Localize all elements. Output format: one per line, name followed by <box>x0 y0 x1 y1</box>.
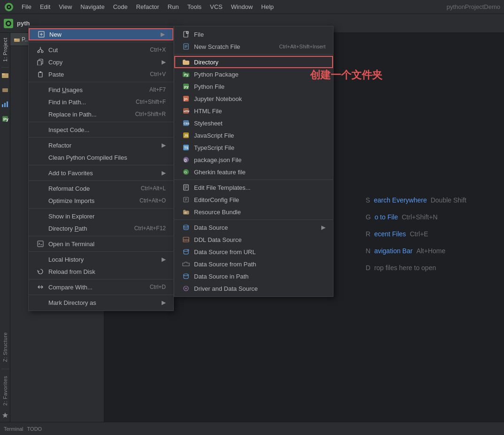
content-area: S earch Everywhere Double Shift G o to F… <box>104 33 504 435</box>
sidebar-tab-structure[interactable]: Z: Structure <box>1 327 9 366</box>
nav-shortcut: Alt+Home <box>416 247 445 255</box>
svg-rect-7 <box>2 88 8 92</box>
drop-hint-text: rop files here to open <box>374 264 436 272</box>
menu-tools[interactable]: Tools <box>184 2 205 12</box>
svg-text:Py: Py <box>3 117 8 122</box>
svg-point-2 <box>8 6 10 8</box>
menu-refactor[interactable]: Refactor <box>132 2 163 12</box>
nav-hint-label: N <box>366 247 371 255</box>
hint-drop: D rop files here to open <box>366 264 466 272</box>
hint-goto: G o to File Ctrl+Shift+N <box>366 213 466 221</box>
menu-run[interactable]: Run <box>164 2 183 12</box>
app-logo <box>4 2 14 12</box>
svg-rect-10 <box>7 101 8 107</box>
menu-view[interactable]: View <box>55 2 76 12</box>
menu-file[interactable]: File <box>18 2 35 12</box>
search-everywhere-link[interactable]: earch Everywhere <box>374 196 427 204</box>
project-title: pythonProjectDemo <box>447 3 500 10</box>
toolbar-project-name: pyth <box>17 20 30 27</box>
goto-shortcut: Ctrl+Shift+N <box>402 213 437 221</box>
project-panel-title: P... <box>22 36 29 43</box>
project-panel: P... <box>10 33 104 435</box>
hint-nav: N avigation Bar Alt+Home <box>366 247 466 255</box>
search-shortcut: Double Shift <box>431 196 466 204</box>
recent-files-link[interactable]: ecent Files <box>374 230 406 238</box>
menu-code[interactable]: Code <box>109 2 132 12</box>
menu-vcs[interactable]: VCS <box>206 2 226 12</box>
bottom-bar: Terminal TODO <box>0 422 504 435</box>
terminal-tab[interactable]: Terminal <box>4 426 23 432</box>
sidebar-icon-project[interactable] <box>0 69 10 83</box>
sidebar-tab-favorites[interactable]: 2: Favorites <box>1 371 9 410</box>
toolbar-logo <box>4 19 13 28</box>
drop-hint-label: D <box>366 264 371 272</box>
sidebar-icon-graph[interactable] <box>0 98 10 112</box>
toolbar: pyth <box>0 14 504 33</box>
svg-rect-8 <box>2 104 3 107</box>
hint-recent: R ecent Files Ctrl+E <box>366 230 466 238</box>
hint-search: S earch Everywhere Double Shift <box>366 196 466 204</box>
search-hint-label: S <box>366 196 370 204</box>
menu-window[interactable]: Window <box>227 2 256 12</box>
menu-bar: File Edit View Navigate Code Refactor Ru… <box>0 0 504 14</box>
todo-tab[interactable]: TODO <box>27 426 42 432</box>
sidebar-icon-py[interactable]: Py <box>0 112 10 127</box>
menu-edit[interactable]: Edit <box>36 2 54 12</box>
goto-hint-label: G <box>366 213 371 221</box>
svg-point-4 <box>7 22 10 25</box>
sidebar-icon-folder[interactable] <box>0 83 10 98</box>
sidebar-tab-project[interactable]: 1: Project <box>1 33 9 66</box>
recent-shortcut: Ctrl+E <box>410 230 428 238</box>
menu-navigate[interactable]: Navigate <box>77 2 108 12</box>
sidebar-icon-star[interactable] <box>1 410 9 422</box>
recent-hint-label: R <box>366 230 371 238</box>
svg-rect-15 <box>14 39 16 40</box>
goto-file-link[interactable]: o to File <box>374 213 398 221</box>
left-sidebar: 1: Project Py Z: Structure 2: Favorites <box>0 33 10 422</box>
menu-help[interactable]: Help <box>257 2 278 12</box>
project-panel-header: P... <box>10 33 104 46</box>
svg-rect-9 <box>4 103 6 107</box>
svg-marker-13 <box>2 412 8 418</box>
main-area: 1: Project Py Z: Structure 2: Favorites … <box>0 33 504 435</box>
svg-rect-6 <box>2 73 5 75</box>
welcome-hints: S earch Everywhere Double Shift G o to F… <box>366 196 466 272</box>
nav-bar-link[interactable]: avigation Bar <box>374 247 413 255</box>
